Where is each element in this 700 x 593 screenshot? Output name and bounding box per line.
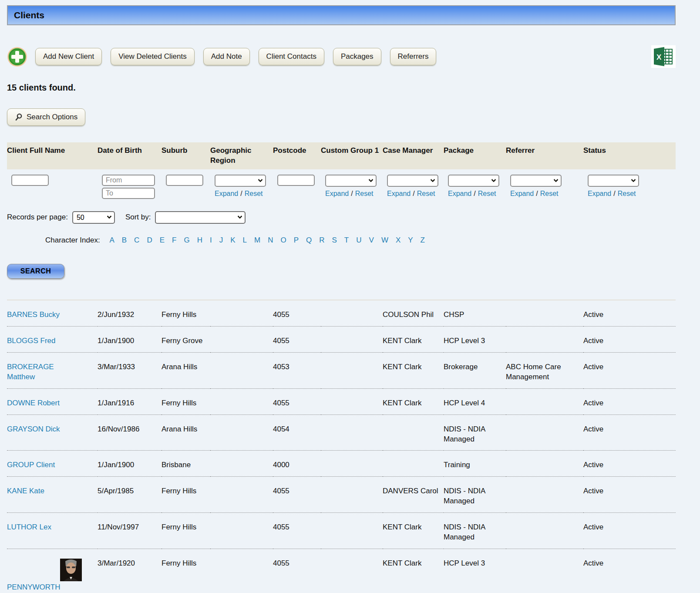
char-index-letter-n[interactable]: N: [268, 236, 273, 244]
export-excel-button[interactable]: X: [651, 45, 676, 68]
cell-custom-group-1: [321, 513, 383, 549]
char-index-letter-d[interactable]: D: [147, 236, 152, 244]
filter-case-manager-reset-link[interactable]: Reset: [417, 190, 435, 197]
filter-geographic-region-expand-reset: Expand/Reset: [215, 190, 270, 198]
char-index-letter-t[interactable]: T: [344, 236, 349, 244]
client-name-link[interactable]: DOWNE Robert: [7, 398, 60, 408]
column-header-custom-group-1: Custom Group 1: [321, 142, 383, 169]
cell-custom-group-1: [321, 352, 383, 388]
search-button[interactable]: SEARCH: [7, 264, 64, 279]
cell-case-manager: [383, 451, 444, 477]
search-options-button[interactable]: Search Options: [7, 108, 85, 126]
filter-status-reset-link[interactable]: Reset: [618, 190, 636, 197]
filter-geographic-region-reset-link[interactable]: Reset: [245, 190, 263, 197]
cell-suburb: Brisbane: [162, 451, 210, 477]
client-name-link[interactable]: GRAYSON Dick: [7, 425, 60, 435]
filter-date-of-birth-from-input[interactable]: [102, 175, 155, 186]
cell-case-manager: COULSON Phil: [383, 300, 444, 326]
char-index-letter-p[interactable]: P: [294, 236, 299, 244]
char-index-letter-h[interactable]: H: [197, 236, 202, 244]
cell-referrer: [506, 513, 583, 549]
char-index-letter-x[interactable]: X: [396, 236, 400, 244]
client-name-link[interactable]: BARNES Bucky: [7, 310, 60, 320]
char-index-letter-w[interactable]: W: [381, 236, 388, 244]
client-name-link[interactable]: BLOGGS Fred: [7, 336, 55, 346]
char-index-letter-s[interactable]: S: [332, 236, 337, 244]
add-client-plus-button[interactable]: [7, 47, 27, 67]
cell-package: CHSP: [444, 300, 506, 326]
filter-custom-group-1-select[interactable]: [325, 175, 377, 187]
char-index-letter-k[interactable]: K: [230, 236, 235, 244]
client-name-link[interactable]: PENNYWORTH Alfred: [7, 583, 73, 593]
char-index-letter-o[interactable]: O: [280, 236, 286, 244]
char-index-letter-l[interactable]: L: [243, 236, 247, 244]
cell-case-manager: KENT Clark: [383, 388, 444, 414]
clients-table: BARNES Bucky2/Jun/1932Ferny Hills4055COU…: [7, 300, 676, 593]
cell-referrer: [506, 549, 583, 593]
client-name-link[interactable]: LUTHOR Lex: [7, 522, 51, 532]
cell-suburb: Arana Hills: [162, 414, 210, 451]
cell-status: Active: [583, 352, 676, 388]
cell-dob: 1/Jan/1916: [98, 388, 162, 414]
list-controls: Records per page: 50 Sort by:: [7, 211, 693, 224]
add-note-button[interactable]: Add Note: [203, 48, 250, 65]
char-index-letter-u[interactable]: U: [356, 236, 361, 244]
separator: /: [413, 190, 414, 197]
filter-referrer-reset-link[interactable]: Reset: [540, 190, 559, 197]
filter-case-manager-expand-link[interactable]: Expand: [387, 190, 411, 197]
cell-custom-group-1: [321, 388, 383, 414]
filter-suburb-input[interactable]: [166, 175, 203, 186]
char-index-letter-f[interactable]: F: [172, 236, 176, 244]
table-row: DOWNE Robert1/Jan/1916Ferny Hills4055KEN…: [7, 388, 676, 414]
sort-by-select[interactable]: [155, 211, 246, 224]
char-index-letter-v[interactable]: V: [369, 236, 374, 244]
cell-suburb: Arana Hills: [162, 352, 210, 388]
char-index-letter-r[interactable]: R: [319, 236, 324, 244]
client-photo-thumbnail[interactable]: [60, 559, 82, 581]
column-header-status: Status: [583, 142, 676, 169]
char-index-letter-e[interactable]: E: [160, 236, 165, 244]
cell-geographic-region: [210, 414, 273, 451]
filter-status-select[interactable]: [588, 175, 639, 187]
char-index-letter-z[interactable]: Z: [421, 236, 425, 244]
filter-status-expand-link[interactable]: Expand: [588, 190, 611, 197]
table-row: BROKERAGE Matthew3/Mar/1933Arana Hills40…: [7, 352, 676, 388]
char-index-letter-m[interactable]: M: [254, 236, 260, 244]
filter-postcode-input[interactable]: [277, 175, 315, 186]
char-index-letter-b[interactable]: B: [122, 236, 127, 244]
char-index-letter-q[interactable]: Q: [306, 236, 312, 244]
char-index-letter-c[interactable]: C: [134, 236, 139, 244]
cell-package: HCP Level 3: [444, 326, 506, 352]
referrers-button[interactable]: Referrers: [390, 48, 437, 65]
filter-package-select[interactable]: [448, 175, 499, 187]
cell-referrer: [506, 414, 583, 451]
char-index-letter-a[interactable]: A: [109, 236, 114, 244]
filter-client-full-name-input[interactable]: [11, 175, 49, 186]
add-new-client-button[interactable]: Add New Client: [35, 48, 102, 65]
filter-package-reset-link[interactable]: Reset: [478, 190, 496, 197]
filter-referrer-expand-link[interactable]: Expand: [510, 190, 534, 197]
char-index-letter-y[interactable]: Y: [408, 236, 413, 244]
filter-custom-group-1-reset-link[interactable]: Reset: [355, 190, 374, 197]
view-deleted-clients-button[interactable]: View Deleted Clients: [111, 48, 195, 65]
client-name-link[interactable]: BROKERAGE Matthew: [7, 362, 73, 382]
filter-date-of-birth-to-input[interactable]: [102, 188, 155, 199]
filter-custom-group-1-expand-link[interactable]: Expand: [325, 190, 349, 197]
cell-geographic-region: [210, 549, 273, 593]
filter-referrer-select[interactable]: [510, 175, 562, 187]
char-index-letter-g[interactable]: G: [184, 236, 189, 244]
client-contacts-button[interactable]: Client Contacts: [259, 48, 324, 65]
records-per-page-select[interactable]: 50: [72, 211, 115, 224]
char-index-letter-i[interactable]: I: [210, 236, 212, 244]
filter-geographic-region-select[interactable]: [215, 175, 266, 187]
filter-package-expand-link[interactable]: Expand: [448, 190, 471, 197]
char-index-letter-j[interactable]: J: [219, 236, 223, 244]
filter-geographic-region-expand-link[interactable]: Expand: [215, 190, 238, 197]
excel-export-icon: X: [652, 62, 675, 68]
packages-button[interactable]: Packages: [333, 48, 381, 65]
cell-custom-group-1: [321, 300, 383, 326]
client-name-link[interactable]: KANE Kate: [7, 486, 44, 496]
client-name-link[interactable]: GROUP Client: [7, 460, 55, 470]
filter-case-manager-select[interactable]: [387, 175, 438, 187]
client-name-cell: BROKERAGE Matthew: [7, 352, 98, 388]
